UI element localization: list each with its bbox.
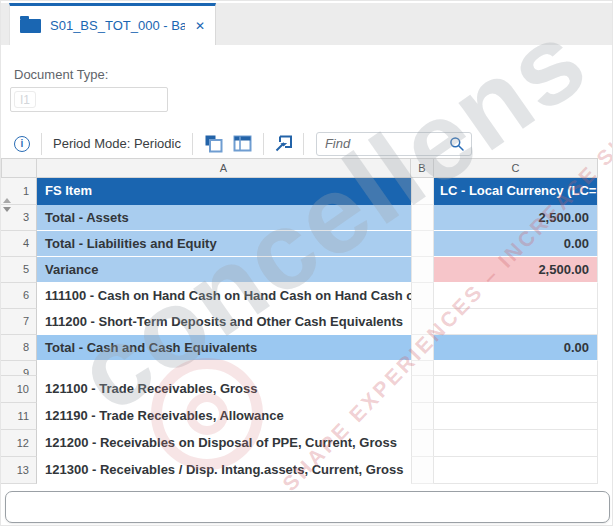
- value-cell[interactable]: [434, 457, 598, 484]
- row-number[interactable]: 8: [1, 335, 37, 361]
- table-row: 4Total - Liabilities and Equity0.00: [1, 231, 598, 257]
- fs-item-cell[interactable]: Total - Assets: [37, 205, 411, 231]
- row-number-label: 1: [23, 185, 29, 197]
- info-icon[interactable]: i: [14, 136, 30, 152]
- row-number-label: 11: [18, 410, 29, 422]
- lc-header-cell[interactable]: LC - Local Currency (LC=EUR): [434, 178, 598, 205]
- value-cell[interactable]: 2,500.00: [434, 205, 598, 231]
- row-number[interactable]: 10: [1, 376, 37, 403]
- find-box[interactable]: [316, 132, 472, 156]
- value-cell[interactable]: [434, 403, 598, 430]
- empty-cell[interactable]: [411, 178, 434, 205]
- period-mode-label: Period Mode: Periodic: [53, 136, 181, 151]
- empty-cell[interactable]: [411, 457, 434, 484]
- app-window: S01_BS_TOT_000 - Balance ... ✕ Document …: [0, 0, 613, 526]
- empty-cell[interactable]: [411, 309, 434, 335]
- document-type-label: Document Type:: [14, 67, 108, 82]
- table-row: 11121190 - Trade Receivables, Allowance: [1, 403, 598, 430]
- row-number-label: 12: [17, 437, 29, 449]
- row-number[interactable]: 13: [1, 457, 37, 484]
- value-cell[interactable]: [434, 376, 598, 403]
- corner-cell[interactable]: [1, 158, 37, 178]
- empty-cell[interactable]: [411, 231, 434, 257]
- row-number-label: 8: [23, 341, 29, 353]
- fs-item-cell[interactable]: Total - Cash and Cash Equivalents: [37, 335, 411, 361]
- row-number-label: 6: [23, 289, 29, 301]
- outline-expand-icon[interactable]: [3, 198, 11, 203]
- fs-item-cell[interactable]: 121100 - Trade Receivables, Gross: [37, 376, 411, 403]
- fs-item-cell[interactable]: 121200 - Receivables on Disposal of PPE,…: [37, 430, 411, 457]
- fs-item-cell[interactable]: Variance: [37, 257, 411, 283]
- row-number[interactable]: 12: [1, 430, 37, 457]
- row-number[interactable]: 1: [1, 178, 37, 205]
- value-cell[interactable]: [434, 309, 598, 335]
- empty-cell[interactable]: [411, 257, 434, 283]
- table-row: 5Variance2,500.00: [1, 257, 598, 283]
- tab-close-icon[interactable]: ✕: [195, 19, 205, 33]
- table-row: 12121200 - Receivables on Disposal of PP…: [1, 430, 598, 457]
- value-cell[interactable]: 0.00: [434, 231, 598, 257]
- table-row: 9: [1, 361, 598, 376]
- table-row: 6111100 - Cash on Hand Cash on Hand Cash…: [1, 283, 598, 309]
- table-header-row: 1 FS Item LC - Local Currency (LC=EUR): [1, 178, 598, 205]
- row-number[interactable]: 11: [1, 403, 37, 430]
- column-header-c[interactable]: C: [434, 158, 598, 178]
- value-cell[interactable]: [434, 361, 598, 376]
- workbook-icon: [20, 19, 41, 33]
- tab-title: S01_BS_TOT_000 - Balance ...: [50, 18, 185, 33]
- empty-cell[interactable]: [411, 376, 434, 403]
- row-number[interactable]: 4: [1, 231, 37, 257]
- search-icon[interactable]: [449, 136, 465, 152]
- fs-item-cell[interactable]: 111200 - Short-Term Deposits and Other C…: [37, 309, 411, 335]
- empty-cell[interactable]: [411, 283, 434, 309]
- document-type-input[interactable]: I1: [10, 87, 168, 112]
- grid-body: 3Total - Assets2,500.004Total - Liabilit…: [1, 205, 598, 484]
- crosstab-grid: A B C 1 FS Item LC - Local Currency (LC=…: [1, 158, 598, 484]
- fs-item-cell[interactable]: 121300 - Receivables / Disp. Intang.asse…: [37, 457, 411, 484]
- row-number[interactable]: 3: [1, 205, 37, 231]
- table-row: 7111200 - Short-Term Deposits and Other …: [1, 309, 598, 335]
- document-type-token[interactable]: I1: [14, 91, 36, 108]
- empty-cell[interactable]: [411, 335, 434, 361]
- row-number-label: 4: [23, 237, 29, 249]
- row-number-label: 7: [23, 315, 29, 327]
- column-header-a[interactable]: A: [37, 158, 411, 178]
- tab-balance-sheet[interactable]: S01_BS_TOT_000 - Balance ... ✕: [9, 3, 216, 45]
- row-number-label: 9: [23, 367, 29, 376]
- row-number[interactable]: 7: [1, 309, 37, 335]
- table-row: 10121100 - Trade Receivables, Gross: [1, 376, 598, 403]
- empty-cell[interactable]: [411, 361, 434, 376]
- fs-item-header-cell[interactable]: FS Item: [37, 178, 411, 205]
- fs-item-cell[interactable]: Total - Liabilities and Equity: [37, 231, 411, 257]
- value-cell[interactable]: [434, 283, 598, 309]
- row-number[interactable]: 9: [1, 361, 37, 376]
- footer-message-bar[interactable]: [5, 491, 610, 523]
- value-cell[interactable]: 2,500.00: [434, 257, 598, 283]
- table-row: 13121300 - Receivables / Disp. Intang.as…: [1, 457, 598, 484]
- row-number-label: 10: [17, 383, 29, 395]
- find-input[interactable]: [325, 136, 449, 151]
- row-number-label: 13: [17, 464, 29, 476]
- row-number-label: 3: [23, 211, 29, 223]
- row-number[interactable]: 6: [1, 283, 37, 309]
- fs-item-cell[interactable]: [37, 361, 411, 376]
- fs-item-cell[interactable]: 111100 - Cash on Hand Cash on Hand Cash …: [37, 283, 411, 309]
- column-header-b[interactable]: B: [411, 158, 434, 178]
- copy-view-icon[interactable]: [204, 134, 223, 153]
- column-header-row: A B C: [1, 158, 598, 178]
- empty-cell[interactable]: [411, 403, 434, 430]
- empty-cell[interactable]: [411, 205, 434, 231]
- row-number[interactable]: 5: [1, 257, 37, 283]
- toolbar-separator: [41, 133, 42, 155]
- jump-to-icon[interactable]: [274, 134, 293, 153]
- value-cell[interactable]: [434, 430, 598, 457]
- table-layout-icon[interactable]: [233, 134, 252, 153]
- fs-item-cell[interactable]: 121190 - Trade Receivables, Allowance: [37, 403, 411, 430]
- toolbar-separator: [263, 133, 264, 155]
- toolbar-separator: [192, 133, 193, 155]
- tab-bar: S01_BS_TOT_000 - Balance ... ✕: [1, 3, 612, 45]
- empty-cell[interactable]: [411, 430, 434, 457]
- outline-collapse-icon[interactable]: [3, 207, 11, 212]
- value-cell[interactable]: 0.00: [434, 335, 598, 361]
- table-row: 3Total - Assets2,500.00: [1, 205, 598, 231]
